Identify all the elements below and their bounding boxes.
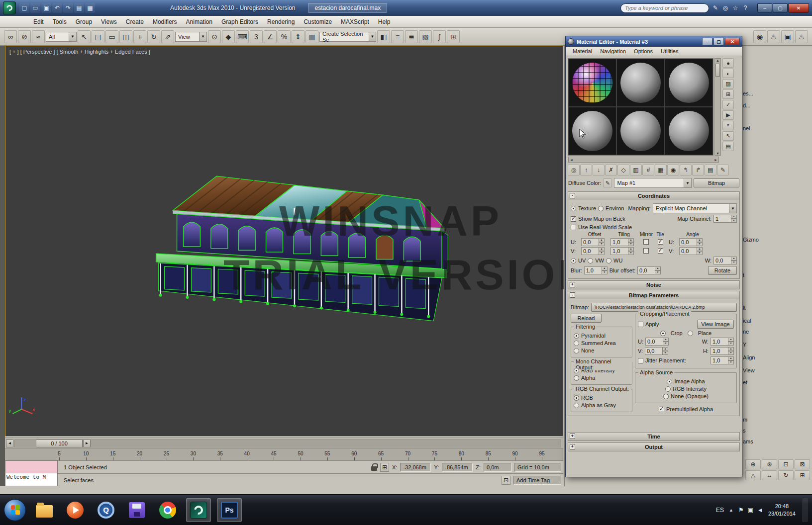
render-setup-button[interactable]: ♨ <box>767 30 780 43</box>
zoom-extents-all-button[interactable]: ⊠ <box>795 459 810 469</box>
apply-checkbox[interactable] <box>638 322 643 327</box>
map-channel-spinner[interactable]: 1 ▲▼ <box>713 215 737 223</box>
infocenter-search[interactable] <box>620 3 709 13</box>
hidden-icons-chevron[interactable]: ▲ <box>729 508 733 513</box>
next-frame-button[interactable]: ► <box>83 439 91 447</box>
make-material-copy-button[interactable]: ◇ <box>617 165 629 175</box>
taskbar-icon-3dsmax[interactable] <box>186 498 211 522</box>
show-map-in-viewport-button[interactable]: ▦ <box>655 165 667 175</box>
texture-radio[interactable] <box>571 206 576 211</box>
zoom-button[interactable]: ⊕ <box>745 459 761 469</box>
minimize-button[interactable]: – <box>757 3 772 13</box>
crop-w-spinner[interactable]: 1,0▲▼ <box>710 338 734 346</box>
command-panel-fragment[interactable]: ical <box>743 318 751 324</box>
video-color-check-button[interactable]: ✓ <box>722 100 734 109</box>
previous-frame-button[interactable]: ◄ <box>6 439 13 447</box>
image-alpha-radio[interactable] <box>667 379 672 384</box>
track-bar-ruler[interactable]: 5101520253035404550556065707580859095 <box>5 448 563 460</box>
command-panel-fragment[interactable]: ams <box>743 438 753 444</box>
taskbar-icon-media-player[interactable] <box>63 498 88 522</box>
pyramidal-radio[interactable] <box>574 333 579 339</box>
rectangular-selection-region-button[interactable]: ▭ <box>105 30 118 43</box>
select-and-manipulate-button[interactable]: ◆ <box>222 30 235 43</box>
scroll-down-icon[interactable]: ▼ <box>715 152 720 155</box>
crop-radio[interactable] <box>660 331 666 336</box>
unlink-selection-button[interactable]: ⊘ <box>18 30 31 43</box>
me-minimize-button[interactable]: – <box>702 38 712 45</box>
spinner-snap-toggle-button[interactable]: ⇕ <box>292 30 304 43</box>
w-angle-spinner[interactable]: 0,0▲▼ <box>713 257 737 264</box>
me-close-button[interactable]: ✕ <box>725 38 740 45</box>
angle-snap-toggle-button[interactable]: ∠ <box>264 30 277 43</box>
u-tiling-spinner[interactable]: 1,0▲▼ <box>610 238 637 246</box>
expand-icon[interactable]: + <box>570 444 575 449</box>
time-tag-icon[interactable]: ⊡ <box>502 476 510 485</box>
select-and-uniform-scale-button[interactable]: ⇗ <box>161 30 174 43</box>
quick-open-file-icon[interactable]: ▭ <box>30 3 40 13</box>
noise-rollout-header[interactable]: + Noise <box>568 281 739 289</box>
select-object-button[interactable]: ↖ <box>78 30 91 43</box>
material-sample-slot-4[interactable] <box>568 107 616 155</box>
close-button[interactable]: ✕ <box>788 3 809 13</box>
taskbar-clock[interactable]: 20:48 23/01/2014 <box>768 503 796 518</box>
absolute-mode-icon[interactable]: ⊞ <box>380 463 389 472</box>
help-icon[interactable]: ? <box>741 3 750 12</box>
maximize-viewport-toggle-button[interactable]: ⊞ <box>795 470 810 480</box>
graphite-modeling-tools-button[interactable]: ▧ <box>419 30 432 43</box>
quick-new-scene-icon[interactable]: ▢ <box>19 3 29 13</box>
u-angle-spinner[interactable]: 0,0▲▼ <box>679 238 706 246</box>
bind-to-space-warp-button[interactable]: ≈ <box>32 30 45 43</box>
material-editor-button[interactable]: ◉ <box>753 30 766 43</box>
time-slider-handle[interactable]: 0 / 100 <box>36 439 83 447</box>
selection-lock-icon[interactable] <box>371 466 377 471</box>
command-panel-fragment[interactable]: et <box>743 379 747 385</box>
select-and-rotate-button[interactable]: ↻ <box>147 30 160 43</box>
alpha-rgb-intensity-radio[interactable] <box>665 386 671 392</box>
vw-radio[interactable] <box>588 258 593 263</box>
background-button[interactable]: ▨ <box>722 79 734 88</box>
me-menu-0[interactable]: Material <box>569 47 596 55</box>
command-panel-fragment[interactable]: Y <box>743 342 746 348</box>
output-rollout-header[interactable]: + Output <box>568 443 739 451</box>
eyedropper-icon[interactable]: ✎ <box>603 178 612 187</box>
command-panel-fragment[interactable]: View <box>743 367 755 373</box>
quick-manage-layers-icon[interactable]: ▦ <box>85 3 95 13</box>
scroll-right-icon[interactable]: ► <box>714 158 717 162</box>
chevron-down-icon[interactable]: ▼ <box>199 32 206 41</box>
view-image-button[interactable]: View Image <box>697 320 734 329</box>
vscroll-thumb[interactable] <box>715 64 720 77</box>
scroll-up-icon[interactable]: ▲ <box>715 59 720 62</box>
select-and-link-button[interactable]: ∞ <box>4 30 17 43</box>
select-by-name-button[interactable]: ▤ <box>92 30 104 43</box>
quick-undo-icon[interactable]: ↶ <box>52 3 62 13</box>
put-material-to-scene-button[interactable]: ↑ <box>580 165 592 175</box>
material-map-navigator-button[interactable]: ▤ <box>705 165 716 175</box>
sample-uv-tiling-button[interactable]: ⊞ <box>722 89 734 99</box>
command-panel-fragment[interactable]: Align <box>743 354 755 360</box>
start-button[interactable] <box>4 499 26 521</box>
search-magnifier-icon[interactable]: ✎ <box>711 3 720 12</box>
named-selection-sets-combo[interactable]: Create Selection Se ▼ <box>319 32 376 42</box>
material-sample-slot-1[interactable] <box>568 59 616 107</box>
backlight-button[interactable]: ◐ <box>722 69 734 78</box>
expand-icon[interactable]: + <box>570 282 575 287</box>
material-sample-slot-2[interactable] <box>616 59 665 107</box>
keyboard-shortcut-override-button[interactable]: ⌨ <box>236 30 249 43</box>
language-indicator[interactable]: ES <box>716 507 724 514</box>
map-type-button[interactable]: Bitmap <box>694 178 739 187</box>
show-desktop-button[interactable] <box>803 498 808 522</box>
taskbar-icon-chrome[interactable] <box>155 498 180 522</box>
menu-item-9[interactable]: Customize <box>299 17 336 27</box>
schematic-view-button[interactable]: ⊞ <box>447 30 460 43</box>
put-to-library-button[interactable]: ▥ <box>630 165 642 175</box>
x-coordinate-field[interactable]: -32,068m <box>400 463 431 472</box>
action-center-flag[interactable]: ⚑ <box>738 507 744 514</box>
menu-item-6[interactable]: Animation <box>182 17 217 27</box>
viewport-label[interactable]: [ + ] [ Perspective ] [ Smooth + Highlig… <box>9 49 150 55</box>
chevron-down-icon[interactable]: ▼ <box>369 32 376 41</box>
y-coordinate-field[interactable]: -86,854m <box>442 463 473 472</box>
menu-item-8[interactable]: Rendering <box>263 17 299 27</box>
reload-button[interactable]: Reload <box>571 314 602 323</box>
alpha-as-gray-radio[interactable] <box>574 403 579 408</box>
add-time-tag-field[interactable]: Add Time Tag <box>513 476 561 485</box>
